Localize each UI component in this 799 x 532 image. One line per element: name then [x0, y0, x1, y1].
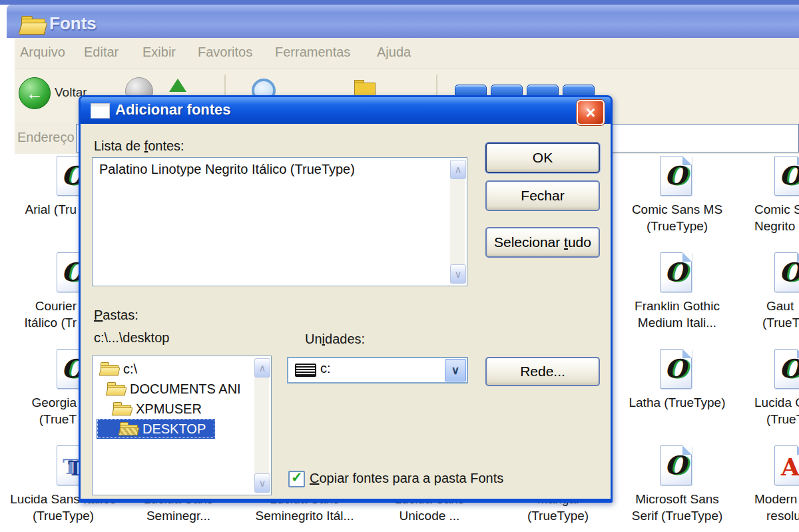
scroll-down-button[interactable]: ∨	[450, 264, 466, 284]
back-arrow-icon: ←	[26, 83, 43, 104]
font-list-scrollbar[interactable]: ∧ ∨	[450, 160, 465, 284]
font-label[interactable]: Comic SNegrito	[754, 201, 799, 234]
opentype-o-icon: O	[665, 257, 686, 287]
menu-ajuda[interactable]: Ajuda	[377, 45, 411, 60]
tree-item-label: XPMUSER	[136, 401, 202, 417]
font-list-box[interactable]: Palatino Linotype Negrito Itálico (TrueT…	[92, 157, 467, 286]
close-button[interactable]: ×	[577, 100, 605, 125]
chevron-down-icon: ∨	[451, 364, 459, 378]
scroll-down-button[interactable]: ∨	[254, 473, 270, 493]
main-titlebar[interactable]: Fonts	[7, 5, 799, 38]
window-title: Fonts	[49, 13, 97, 34]
font-file-icon[interactable]: O	[774, 349, 799, 389]
dialog-icon	[91, 103, 110, 119]
font-label[interactable]: Modern (resolu	[754, 491, 799, 524]
menu-favoritos[interactable]: Favoritos	[198, 45, 252, 60]
font-file-icon[interactable]: O	[774, 252, 799, 292]
check-icon: ✓	[291, 469, 303, 485]
copy-fonts-checkbox-label[interactable]: Copiar fontes para a pasta Fonts	[310, 471, 503, 486]
raster-a-icon: A	[781, 453, 799, 481]
dialog-title: Adicionar fontes	[115, 101, 231, 119]
opentype-o-icon: O	[779, 354, 799, 384]
tree-item[interactable]: c:\	[97, 359, 137, 379]
tree-item-label: DESKTOP	[142, 421, 206, 437]
folder-icon	[101, 362, 119, 376]
opentype-o-icon: O	[779, 257, 799, 287]
font-label[interactable]: Arial (Tru	[0, 201, 77, 218]
folder-front	[119, 427, 140, 435]
drive-icon	[295, 364, 316, 377]
drive-value: c:	[320, 361, 331, 376]
dialog-titlebar[interactable]: Adicionar fontes ×	[81, 97, 611, 124]
font-label[interactable]: Lucida C(TrueT	[754, 394, 799, 427]
opentype-o-icon: O	[665, 354, 686, 384]
folder-icon	[120, 422, 138, 435]
drives-dropdown[interactable]: c: ∨	[287, 357, 468, 384]
opentype-o-icon: O	[665, 450, 686, 480]
font-label[interactable]: Comic Sans MS(TrueType)	[621, 201, 734, 234]
scroll-up-button[interactable]: ∧	[450, 160, 466, 179]
folders-button-icon[interactable]	[354, 80, 376, 96]
network-button[interactable]: Rede...	[485, 357, 600, 386]
dropdown-button[interactable]: ∨	[445, 359, 466, 382]
font-label[interactable]: Latha (TrueType)	[621, 394, 734, 411]
back-button[interactable]: ←	[19, 77, 51, 109]
folders-label: Pastas:	[94, 308, 138, 323]
menu-exibir[interactable]: Exibir	[142, 45, 176, 60]
current-path: c:\...\desktop	[94, 330, 169, 346]
folder-front	[106, 388, 127, 396]
menu-arquivo[interactable]: Arquivo	[20, 45, 65, 60]
folder-tree[interactable]: c:\ DOCUMENTS ANI XPMUSER DESKTOP ∧ ∨	[92, 356, 272, 495]
menu-editar[interactable]: Editar	[84, 45, 119, 60]
font-file-icon[interactable]: O	[774, 156, 799, 196]
select-all-button[interactable]: Selecionar tudo	[485, 227, 600, 258]
copy-fonts-checkbox[interactable]: ✓	[288, 471, 305, 487]
font-label[interactable]: Microsoft SansSerif (TrueType)	[621, 491, 734, 524]
opentype-o-icon: O	[665, 160, 686, 190]
font-list-label: Lista de fontes:	[94, 138, 184, 154]
folder-back	[354, 83, 376, 96]
tree-item-label: c:\	[123, 362, 137, 377]
font-file-icon[interactable]: A	[774, 445, 799, 485]
close-icon: ×	[586, 103, 596, 123]
window-border-top	[0, 0, 799, 5]
menu-ferramentas[interactable]: Ferramentas	[275, 45, 350, 60]
font-file-icon[interactable]: O	[660, 349, 692, 389]
scroll-up-button[interactable]: ∧	[254, 358, 270, 378]
font-label[interactable]: Gaut(TrueT	[754, 298, 799, 331]
fechar-button[interactable]: Fechar	[485, 180, 600, 211]
folder-front	[18, 23, 47, 35]
add-fonts-dialog: Adicionar fontes × Lista de fontes: Pala…	[79, 95, 613, 503]
folder-icon	[21, 16, 45, 35]
address-label: Endereço	[17, 130, 75, 145]
folder-icon	[113, 402, 131, 415]
font-label[interactable]: Franklin GothicMedium Itali...	[621, 298, 734, 331]
ok-button[interactable]: OK	[485, 142, 600, 173]
opentype-o-icon: O	[779, 160, 799, 190]
fonts-explorer-window: Fonts Arquivo Editar Exibir Favoritos Fe…	[0, 0, 799, 532]
menu-bar: Arquivo Editar Exibir Favoritos Ferramen…	[15, 38, 799, 69]
folder-front	[112, 407, 133, 415]
drives-label: Unidades:	[305, 332, 365, 347]
font-file-icon[interactable]: O	[660, 445, 692, 485]
chevron-down-icon: ∨	[455, 268, 462, 280]
chevron-down-icon: ∨	[259, 477, 266, 489]
up-button-icon[interactable]	[169, 79, 186, 92]
tree-item[interactable]: XPMUSER	[97, 399, 202, 419]
font-file-icon[interactable]: O	[660, 252, 692, 292]
font-file-icon[interactable]: O	[660, 156, 692, 196]
font-list-item[interactable]: Palatino Linotype Negrito Itálico (TrueT…	[99, 162, 355, 177]
tree-item-selected[interactable]: DESKTOP	[97, 419, 215, 439]
folder-front	[99, 368, 121, 376]
chevron-up-icon: ∧	[259, 362, 266, 374]
chevron-up-icon: ∧	[455, 164, 462, 176]
font-label[interactable]: CourierItálico (Tr	[0, 298, 77, 331]
tree-item-label: DOCUMENTS ANI	[130, 382, 241, 397]
tree-item[interactable]: DOCUMENTS ANI	[97, 379, 241, 399]
tree-scrollbar[interactable]: ∧ ∨	[254, 358, 269, 493]
folder-icon	[107, 382, 125, 396]
font-label[interactable]: Georgia(TrueT	[0, 394, 77, 427]
